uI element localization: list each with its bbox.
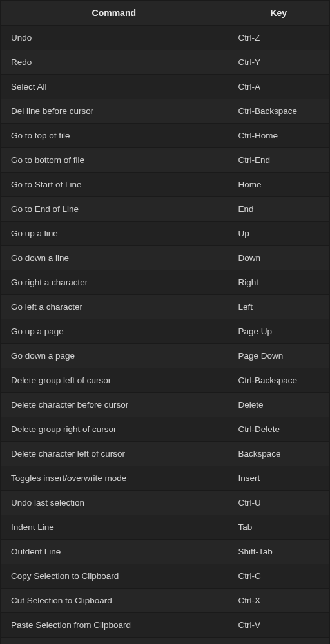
command-cell: Go right a character: [1, 270, 228, 295]
key-cell: Ctrl-Backspace: [228, 368, 329, 393]
command-cell: Go up a line: [1, 222, 228, 246]
key-cell: Delete: [228, 393, 329, 417]
table-row: RedoCtrl-Y: [1, 50, 330, 75]
table-row: Del line before cursorCtrl-Backspace: [1, 99, 330, 124]
table-row: Go right a characterRight: [1, 270, 330, 295]
table-row: Go up a pagePage Up: [1, 319, 330, 344]
table-row: Go down a pagePage Down: [1, 344, 330, 368]
table-row: Outdent LineShift-Tab: [1, 540, 330, 564]
table-row: Select AllCtrl-A: [1, 75, 330, 99]
command-cell: Delete character before cursor: [1, 393, 228, 417]
table-footer-row: [1, 638, 330, 645]
command-cell: Go to Start of Line: [1, 173, 228, 197]
header-command: Command: [1, 1, 228, 26]
key-cell: Right: [228, 270, 329, 295]
command-cell: Delete character left of cursor: [1, 442, 228, 466]
command-cell: Indent Line: [1, 515, 228, 540]
key-cell: Page Up: [228, 319, 329, 344]
table-header-row: Command Key: [1, 1, 330, 26]
table-row: Delete group left of cursorCtrl-Backspac…: [1, 368, 330, 393]
shortcut-table: Command Key UndoCtrl-ZRedoCtrl-YSelect A…: [0, 0, 330, 644]
command-cell: Go to bottom of file: [1, 148, 228, 173]
command-cell: Undo last selection: [1, 491, 228, 515]
key-cell: Down: [228, 246, 329, 270]
key-cell: Ctrl-U: [228, 491, 329, 515]
command-cell: Go to top of file: [1, 124, 228, 148]
command-cell: Undo: [1, 26, 228, 50]
command-cell: Go to End of Line: [1, 197, 228, 222]
key-cell: End: [228, 197, 329, 222]
table-row: Go to Start of LineHome: [1, 173, 330, 197]
command-cell: Paste Selection from Clipboard: [1, 613, 228, 638]
command-cell: Go up a page: [1, 319, 228, 344]
key-cell: Ctrl-Home: [228, 124, 329, 148]
command-cell: Copy Selection to Clipboard: [1, 564, 228, 589]
header-key: Key: [228, 1, 329, 26]
command-cell: Go down a page: [1, 344, 228, 368]
command-cell: Outdent Line: [1, 540, 228, 564]
table-row: Paste Selection from ClipboardCtrl-V: [1, 613, 330, 638]
key-cell: Ctrl-Backspace: [228, 99, 329, 124]
command-cell: Select All: [1, 75, 228, 99]
table-row: Delete group right of cursorCtrl-Delete: [1, 417, 330, 442]
table-row: Indent LineTab: [1, 515, 330, 540]
key-cell: Ctrl-C: [228, 564, 329, 589]
table-row: Toggles insert/overwrite modeInsert: [1, 466, 330, 491]
table-row: Copy Selection to ClipboardCtrl-C: [1, 564, 330, 589]
key-cell: Tab: [228, 515, 329, 540]
key-cell: Up: [228, 222, 329, 246]
command-cell: Delete group right of cursor: [1, 417, 228, 442]
table-row: Undo last selectionCtrl-U: [1, 491, 330, 515]
command-cell: Delete group left of cursor: [1, 368, 228, 393]
command-cell: Del line before cursor: [1, 99, 228, 124]
key-cell: Ctrl-End: [228, 148, 329, 173]
command-cell: Cut Selection to Clipboard: [1, 589, 228, 613]
key-cell: Ctrl-Y: [228, 50, 329, 75]
key-cell: Backspace: [228, 442, 329, 466]
command-cell: Go left a character: [1, 295, 228, 319]
key-cell: Insert: [228, 466, 329, 491]
key-cell: Ctrl-V: [228, 613, 329, 638]
command-cell: Go down a line: [1, 246, 228, 270]
table-row: Go to top of fileCtrl-Home: [1, 124, 330, 148]
table-row: Go left a characterLeft: [1, 295, 330, 319]
table-row: Go to End of LineEnd: [1, 197, 330, 222]
key-cell: Left: [228, 295, 329, 319]
key-cell: Ctrl-Delete: [228, 417, 329, 442]
command-cell: Toggles insert/overwrite mode: [1, 466, 228, 491]
table-row: Cut Selection to ClipboardCtrl-X: [1, 589, 330, 613]
key-cell: Home: [228, 173, 329, 197]
key-cell: Page Down: [228, 344, 329, 368]
command-cell: Redo: [1, 50, 228, 75]
table-row: Go to bottom of fileCtrl-End: [1, 148, 330, 173]
key-cell: Shift-Tab: [228, 540, 329, 564]
key-cell: Ctrl-Z: [228, 26, 329, 50]
table-row: Go down a lineDown: [1, 246, 330, 270]
table-row: Delete character left of cursorBackspace: [1, 442, 330, 466]
key-cell: Ctrl-A: [228, 75, 329, 99]
key-cell: Ctrl-X: [228, 589, 329, 613]
table-row: UndoCtrl-Z: [1, 26, 330, 50]
table-row: Delete character before cursorDelete: [1, 393, 330, 417]
table-row: Go up a lineUp: [1, 222, 330, 246]
table-footer-cell: [1, 638, 330, 645]
